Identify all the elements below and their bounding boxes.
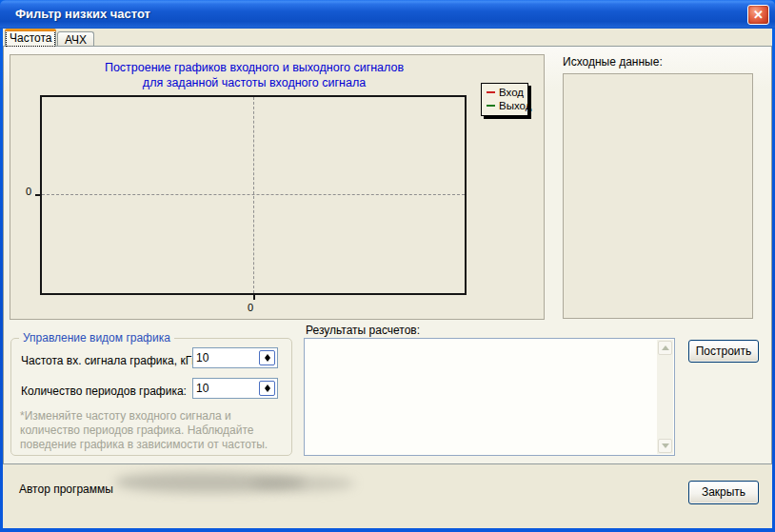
tab-achh-label: АЧХ — [65, 33, 87, 47]
author-label: Автор программы — [19, 483, 113, 496]
close-icon: ✕ — [753, 8, 764, 22]
chart-controls-groupbox: Управление видом графика Частота вх. сиг… — [10, 338, 292, 456]
source-data-label: Исходные данные: — [563, 55, 663, 69]
periods-input[interactable] — [196, 381, 255, 396]
legend-item-output: Выход — [487, 99, 524, 112]
y-axis-tick — [35, 194, 42, 196]
periods-field-label: Количество периодов графика: — [21, 384, 187, 398]
client-area: Частота АЧХ Построение графиков входного… — [3, 29, 772, 528]
legend-item-input: Вход — [487, 86, 524, 99]
tab-chastota[interactable]: Частота — [5, 29, 56, 47]
y-axis-zero-label: 0 — [26, 186, 31, 197]
redacted-author-name-2 — [250, 476, 355, 491]
app-window: Фильтр низких частот ✕ Частота АЧХ Постр… — [0, 0, 775, 532]
legend-input-label: Вход — [499, 86, 524, 99]
bottom-bar: Автор программы Закрыть — [3, 464, 772, 528]
output-series-dash-icon — [487, 105, 495, 107]
frequency-input[interactable] — [196, 350, 255, 365]
window-title: Фильтр низких частот — [15, 7, 150, 21]
titlebar[interactable]: Фильтр низких частот ✕ — [0, 0, 775, 29]
chart-title-line1: Построение графиков входного и выходного… — [40, 60, 468, 75]
close-button[interactable]: ✕ — [747, 5, 769, 25]
tab-achh[interactable]: АЧХ — [57, 31, 94, 47]
chart-panel: Построение графиков входного и выходного… — [10, 54, 545, 320]
frequency-field-label: Частота вх. сигнала графика, кГц: — [21, 354, 201, 367]
x-axis-tick — [253, 293, 255, 300]
periods-spin-buttons[interactable] — [259, 381, 275, 396]
source-data-box — [563, 73, 753, 319]
x-axis-zero-label: 0 — [248, 302, 253, 313]
frequency-spinner[interactable] — [192, 347, 278, 368]
results-textarea[interactable] — [304, 338, 675, 456]
scroll-up-button[interactable] — [658, 341, 672, 355]
spin-down-icon[interactable] — [265, 358, 270, 362]
results-label: Результаты расчетов: — [306, 324, 420, 337]
groupbox-title: Управление видом графика — [19, 331, 174, 345]
close-dialog-button[interactable]: Закрыть — [688, 481, 759, 504]
spin-down-icon[interactable] — [265, 388, 270, 392]
hint-note: *Изменяйте частоту входного сигнала и ко… — [20, 409, 290, 452]
scroll-up-icon — [662, 345, 669, 350]
frequency-spin-buttons[interactable] — [259, 350, 275, 365]
periods-spinner[interactable] — [192, 378, 278, 399]
gridline-vertical — [253, 97, 254, 293]
build-button[interactable]: Построить — [688, 340, 759, 363]
chart-legend: Вход Выход — [481, 83, 528, 116]
scroll-down-button[interactable] — [658, 439, 672, 453]
plot-area — [40, 95, 467, 295]
chart-title-line2: для заданной частоты входного сигнала — [40, 75, 468, 90]
tab-chastota-label: Частота — [6, 30, 55, 47]
results-scrollbar[interactable] — [657, 340, 673, 454]
tab-page-chastota: Построение графиков входного и выходного… — [3, 46, 772, 464]
input-series-dash-icon — [487, 91, 495, 93]
chart-title: Построение графиков входного и выходного… — [40, 60, 468, 90]
scroll-down-icon — [662, 443, 669, 448]
legend-output-label: Выход — [499, 99, 531, 112]
